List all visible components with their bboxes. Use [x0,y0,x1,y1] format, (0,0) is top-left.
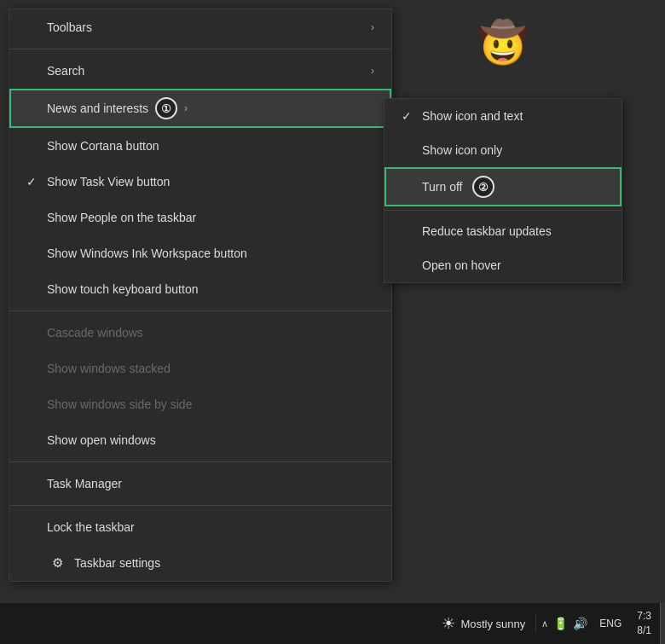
speaker-icon[interactable]: 🔊 [573,617,587,630]
submenu-label-icon-only: Show icon only [422,143,502,157]
taskbar: ☀ Mostly sunny ∧ 🔋 🔊 ENG 7:3 8/1 [0,603,665,644]
menu-item-show-people[interactable]: Show People on the taskbar [9,200,391,235]
separator-1 [9,49,391,49]
clock-date: 8/1 [637,624,651,638]
separator-2 [9,310,391,311]
check-touch [26,282,43,296]
check-hover [402,258,422,272]
show-desktop-button[interactable] [660,603,665,644]
submenu-item-turn-off[interactable]: Turn off ② [385,167,622,206]
separator-3 [9,461,391,462]
gear-icon: ⚙ [47,555,67,571]
desktop-avatar: 🤠 [477,17,529,68]
news-interests-submenu: ✓ Show icon and text Show icon only Turn… [384,98,622,283]
menu-label-touch: Show touch keyboard button [47,282,198,296]
check-settings [26,556,43,570]
check-task-view: ✓ [26,175,43,189]
step-badge-2: ② [472,176,494,198]
menu-item-side-by-side: Show windows side by side [9,386,391,422]
check-news [26,102,43,115]
menu-label-stacked: Show windows stacked [47,362,171,375]
menu-label-lock: Lock the taskbar [47,520,135,534]
submenu-item-reduce-updates[interactable]: Reduce taskbar updates [385,214,622,248]
check-people [26,211,43,224]
menu-label-open: Show open windows [47,433,156,447]
taskbar-system: ENG [593,618,628,629]
menu-label-people: Show People on the taskbar [47,211,196,224]
menu-item-show-touch[interactable]: Show touch keyboard button [9,271,391,307]
menu-label-task-mgr: Task Manager [47,477,122,490]
menu-item-lock-taskbar[interactable]: Lock the taskbar [9,509,391,545]
check-task-mgr [26,477,43,490]
weather-icon: ☀ [442,614,455,633]
notification-area[interactable]: ∧ 🔋 🔊 [536,617,593,630]
submenu-separator-1 [385,210,622,211]
check-icon-only [402,143,422,157]
menu-item-toolbars[interactable]: Toolbars › [9,9,391,45]
menu-item-search[interactable]: Search › [9,53,391,89]
check-icon-text: ✓ [402,109,422,123]
check-side [26,397,43,411]
separator-4 [9,505,391,506]
submenu-label-hover: Open on hover [422,258,501,272]
taskbar-weather[interactable]: ☀ Mostly sunny [431,614,536,633]
menu-label-news: News and interests [47,102,148,115]
clock-time: 7:3 [637,609,651,624]
arrow-news: › [184,102,188,114]
submenu-item-show-icon-text[interactable]: ✓ Show icon and text [385,99,622,133]
menu-label-ink: Show Windows Ink Workspace button [47,247,247,260]
menu-item-taskbar-settings[interactable]: ⚙ Taskbar settings [9,545,391,581]
check-cascade [26,326,43,339]
menu-label-search: Search [47,64,84,78]
submenu-label-reduce: Reduce taskbar updates [422,224,552,238]
arrow-search: › [371,65,374,77]
menu-item-stacked: Show windows stacked [9,351,391,386]
check-lock [26,520,43,534]
menu-label-cascade: Cascade windows [47,326,143,339]
check-reduce [402,224,422,238]
check-toolbars [26,20,43,34]
submenu-item-show-icon-only[interactable]: Show icon only [385,133,622,167]
menu-item-show-open[interactable]: Show open windows [9,422,391,458]
menu-label-settings: Taskbar settings [74,556,160,570]
menu-item-task-manager[interactable]: Task Manager [9,466,391,502]
chevron-icon[interactable]: ∧ [541,618,548,629]
check-search [26,64,43,78]
menu-item-news-and-interests[interactable]: News and interests ① › [9,89,391,128]
menu-item-show-task-view[interactable]: ✓ Show Task View button [9,164,391,200]
menu-item-show-ink[interactable]: Show Windows Ink Workspace button [9,235,391,271]
language-label[interactable]: ENG [599,618,622,629]
submenu-label-turn-off: Turn off [422,180,462,194]
check-stacked [26,362,43,375]
taskbar-clock[interactable]: 7:3 8/1 [628,609,660,638]
menu-label-toolbars: Toolbars [47,20,92,34]
menu-label-cortana: Show Cortana button [47,139,159,153]
step-badge-1: ① [155,97,177,119]
weather-text: Mostly sunny [460,618,525,630]
check-turn-off [402,180,422,194]
submenu-item-open-hover[interactable]: Open on hover [385,248,622,282]
menu-label-task-view: Show Task View button [47,175,170,189]
arrow-toolbars: › [371,21,374,33]
check-cortana [26,139,43,153]
submenu-label-icon-text: Show icon and text [422,109,523,123]
menu-item-show-cortana[interactable]: Show Cortana button [9,128,391,164]
taskbar-context-menu: Toolbars › Search › News and interests ①… [9,9,392,582]
menu-item-cascade: Cascade windows [9,315,391,351]
check-ink [26,247,43,260]
check-open [26,433,43,447]
menu-label-side: Show windows side by side [47,397,192,411]
battery-icon: 🔋 [553,617,568,630]
